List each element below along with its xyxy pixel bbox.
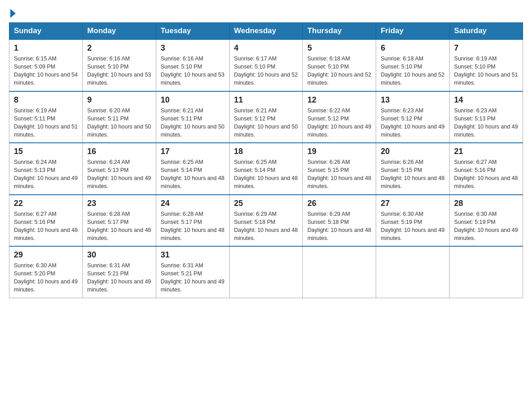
calendar-cell: 28 Sunrise: 6:30 AMSunset: 5:19 PMDaylig…: [450, 195, 523, 247]
day-info: Sunrise: 6:18 AMSunset: 5:10 PMDaylight:…: [381, 55, 445, 87]
day-info: Sunrise: 6:31 AMSunset: 5:21 PMDaylight:…: [161, 261, 225, 294]
day-info: Sunrise: 6:20 AMSunset: 5:11 PMDaylight:…: [87, 107, 151, 139]
day-info: Sunrise: 6:26 AMSunset: 5:15 PMDaylight:…: [307, 158, 371, 191]
day-number: 29: [14, 250, 78, 260]
calendar-header: SundayMondayTuesdayWednesdayThursdayFrid…: [9, 23, 523, 40]
day-info: Sunrise: 6:22 AMSunset: 5:12 PMDaylight:…: [307, 107, 371, 139]
day-number: 16: [87, 147, 151, 156]
day-info: Sunrise: 6:24 AMSunset: 5:13 PMDaylight:…: [14, 158, 78, 191]
day-number: 13: [381, 95, 445, 105]
day-number: 6: [381, 43, 445, 53]
day-number: 23: [87, 199, 151, 208]
calendar-cell: 31 Sunrise: 6:31 AMSunset: 5:21 PMDaylig…: [156, 246, 229, 298]
day-info: Sunrise: 6:28 AMSunset: 5:17 PMDaylight:…: [87, 210, 151, 243]
calendar-cell: 14 Sunrise: 6:23 AMSunset: 5:13 PMDaylig…: [450, 91, 523, 143]
calendar-cell: 3 Sunrise: 6:16 AMSunset: 5:10 PMDayligh…: [156, 39, 229, 91]
calendar-cell: 19 Sunrise: 6:26 AMSunset: 5:15 PMDaylig…: [303, 143, 376, 195]
calendar-cell: 30 Sunrise: 6:31 AMSunset: 5:21 PMDaylig…: [82, 246, 156, 298]
calendar-cell: [376, 246, 450, 298]
day-number: 9: [87, 95, 151, 105]
calendar-cell: [303, 246, 376, 298]
day-number: 28: [454, 199, 518, 208]
day-info: Sunrise: 6:27 AMSunset: 5:16 PMDaylight:…: [14, 210, 78, 243]
calendar-cell: 10 Sunrise: 6:21 AMSunset: 5:11 PMDaylig…: [156, 91, 229, 143]
day-info: Sunrise: 6:26 AMSunset: 5:15 PMDaylight:…: [381, 158, 445, 191]
day-number: 2: [87, 43, 151, 53]
calendar-cell: 25 Sunrise: 6:29 AMSunset: 5:18 PMDaylig…: [229, 195, 303, 247]
day-info: Sunrise: 6:18 AMSunset: 5:10 PMDaylight:…: [307, 55, 371, 87]
weekday-header-wednesday: Wednesday: [229, 23, 303, 40]
day-number: 27: [381, 199, 445, 208]
calendar-week-row: 22 Sunrise: 6:27 AMSunset: 5:16 PMDaylig…: [9, 195, 523, 247]
weekday-header-monday: Monday: [82, 23, 156, 40]
calendar-cell: 9 Sunrise: 6:20 AMSunset: 5:11 PMDayligh…: [82, 91, 156, 143]
day-info: Sunrise: 6:30 AMSunset: 5:19 PMDaylight:…: [454, 210, 518, 243]
day-number: 20: [381, 147, 445, 156]
calendar-cell: 7 Sunrise: 6:19 AMSunset: 5:10 PMDayligh…: [450, 39, 523, 91]
day-number: 21: [454, 147, 518, 156]
calendar-cell: 24 Sunrise: 6:28 AMSunset: 5:17 PMDaylig…: [156, 195, 229, 247]
day-info: Sunrise: 6:23 AMSunset: 5:13 PMDaylight:…: [454, 107, 518, 139]
calendar-week-row: 15 Sunrise: 6:24 AMSunset: 5:13 PMDaylig…: [9, 143, 523, 195]
day-number: 4: [234, 43, 298, 53]
calendar-cell: 18 Sunrise: 6:25 AMSunset: 5:14 PMDaylig…: [229, 143, 303, 195]
calendar-cell: 13 Sunrise: 6:23 AMSunset: 5:12 PMDaylig…: [376, 91, 450, 143]
page-header: [9, 9, 523, 18]
day-info: Sunrise: 6:29 AMSunset: 5:18 PMDaylight:…: [234, 210, 298, 243]
calendar-cell: 20 Sunrise: 6:26 AMSunset: 5:15 PMDaylig…: [376, 143, 450, 195]
day-number: 25: [234, 199, 298, 208]
calendar-cell: 12 Sunrise: 6:22 AMSunset: 5:12 PMDaylig…: [303, 91, 376, 143]
calendar-cell: 23 Sunrise: 6:28 AMSunset: 5:17 PMDaylig…: [82, 195, 156, 247]
weekday-header-row: SundayMondayTuesdayWednesdayThursdayFrid…: [9, 23, 523, 40]
calendar-cell: 22 Sunrise: 6:27 AMSunset: 5:16 PMDaylig…: [9, 195, 83, 247]
weekday-header-friday: Friday: [376, 23, 450, 40]
calendar-cell: 21 Sunrise: 6:27 AMSunset: 5:16 PMDaylig…: [450, 143, 523, 195]
day-number: 30: [87, 250, 151, 260]
calendar-body: 1 Sunrise: 6:15 AMSunset: 5:09 PMDayligh…: [9, 39, 523, 298]
weekday-header-tuesday: Tuesday: [156, 23, 229, 40]
day-info: Sunrise: 6:19 AMSunset: 5:10 PMDaylight:…: [454, 55, 518, 87]
day-number: 8: [14, 95, 78, 105]
weekday-header-sunday: Sunday: [9, 23, 83, 40]
weekday-header-thursday: Thursday: [303, 23, 376, 40]
day-info: Sunrise: 6:25 AMSunset: 5:14 PMDaylight:…: [234, 158, 298, 191]
calendar-cell: 8 Sunrise: 6:19 AMSunset: 5:11 PMDayligh…: [9, 91, 83, 143]
day-info: Sunrise: 6:27 AMSunset: 5:16 PMDaylight:…: [454, 158, 518, 191]
calendar-cell: 5 Sunrise: 6:18 AMSunset: 5:10 PMDayligh…: [303, 39, 376, 91]
day-info: Sunrise: 6:25 AMSunset: 5:14 PMDaylight:…: [161, 158, 225, 191]
day-info: Sunrise: 6:17 AMSunset: 5:10 PMDaylight:…: [234, 55, 298, 87]
calendar-cell: 11 Sunrise: 6:21 AMSunset: 5:12 PMDaylig…: [229, 91, 303, 143]
calendar-cell: 17 Sunrise: 6:25 AMSunset: 5:14 PMDaylig…: [156, 143, 229, 195]
logo-triangle-icon: [10, 9, 16, 18]
logo: [9, 9, 17, 18]
day-number: 1: [14, 43, 78, 53]
day-number: 17: [161, 147, 225, 156]
day-number: 22: [14, 199, 78, 208]
calendar-week-row: 29 Sunrise: 6:30 AMSunset: 5:20 PMDaylig…: [9, 246, 523, 298]
day-number: 3: [161, 43, 225, 53]
day-number: 12: [307, 95, 371, 105]
calendar-cell: 26 Sunrise: 6:29 AMSunset: 5:18 PMDaylig…: [303, 195, 376, 247]
calendar-week-row: 8 Sunrise: 6:19 AMSunset: 5:11 PMDayligh…: [9, 91, 523, 143]
calendar-week-row: 1 Sunrise: 6:15 AMSunset: 5:09 PMDayligh…: [9, 39, 523, 91]
day-info: Sunrise: 6:16 AMSunset: 5:10 PMDaylight:…: [87, 55, 151, 87]
calendar-cell: 16 Sunrise: 6:24 AMSunset: 5:13 PMDaylig…: [82, 143, 156, 195]
day-number: 11: [234, 95, 298, 105]
day-info: Sunrise: 6:16 AMSunset: 5:10 PMDaylight:…: [161, 55, 225, 87]
day-info: Sunrise: 6:21 AMSunset: 5:11 PMDaylight:…: [161, 107, 225, 139]
calendar-cell: 4 Sunrise: 6:17 AMSunset: 5:10 PMDayligh…: [229, 39, 303, 91]
calendar-cell: 15 Sunrise: 6:24 AMSunset: 5:13 PMDaylig…: [9, 143, 83, 195]
day-info: Sunrise: 6:31 AMSunset: 5:21 PMDaylight:…: [87, 261, 151, 294]
weekday-header-saturday: Saturday: [450, 23, 523, 40]
day-info: Sunrise: 6:21 AMSunset: 5:12 PMDaylight:…: [234, 107, 298, 139]
day-info: Sunrise: 6:30 AMSunset: 5:20 PMDaylight:…: [14, 261, 78, 294]
day-number: 7: [454, 43, 518, 53]
day-number: 15: [14, 147, 78, 156]
calendar-cell: [229, 246, 303, 298]
calendar-cell: [450, 246, 523, 298]
day-number: 14: [454, 95, 518, 105]
day-info: Sunrise: 6:15 AMSunset: 5:09 PMDaylight:…: [14, 55, 78, 87]
day-number: 10: [161, 95, 225, 105]
calendar-cell: 2 Sunrise: 6:16 AMSunset: 5:10 PMDayligh…: [82, 39, 156, 91]
day-number: 31: [161, 250, 225, 260]
